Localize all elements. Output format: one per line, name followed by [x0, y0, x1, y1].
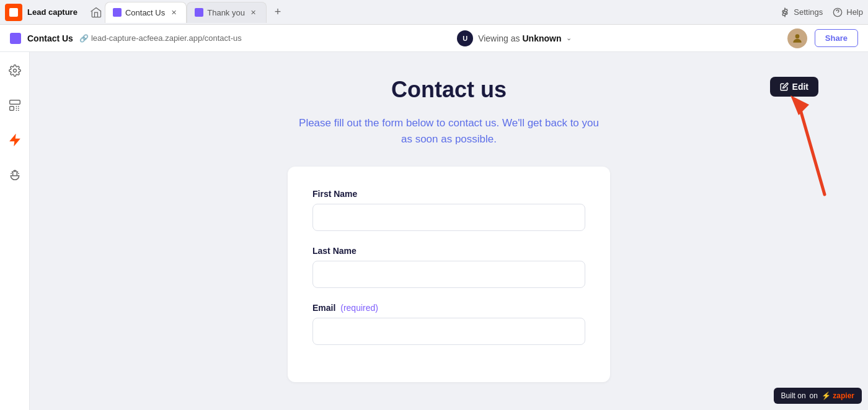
help-button[interactable]: Help: [833, 7, 863, 17]
help-icon: [833, 7, 843, 17]
email-input[interactable]: [312, 318, 585, 345]
last-name-field: Last Name: [312, 246, 585, 288]
viewing-avatar: U: [457, 30, 473, 46]
app-icon: [5, 4, 22, 21]
edit-pencil-icon: [780, 82, 789, 91]
tab-thank-you-close[interactable]: ✕: [249, 7, 259, 17]
help-label: Help: [846, 7, 863, 17]
svg-point-7: [14, 170, 16, 172]
form-card: First Name Last Name Email (required): [288, 167, 610, 382]
first-name-label: First Name: [312, 189, 585, 199]
svg-marker-9: [790, 95, 809, 115]
user-avatar-icon: [791, 32, 804, 45]
settings-icon: [780, 7, 790, 17]
page-heading: Contact us: [391, 77, 507, 103]
url-text: lead-capture-acfeea.zapier.app/contact-u…: [91, 33, 242, 43]
built-on-label: Built on: [781, 391, 806, 400]
main-layout: Edit Contact us Please fill out the form…: [0, 52, 868, 410]
tab-thank-you-icon: [195, 8, 203, 17]
add-tab-button[interactable]: +: [269, 4, 286, 21]
share-button[interactable]: Share: [815, 29, 858, 47]
edit-button[interactable]: Edit: [770, 77, 818, 97]
address-bar-page-title: Contact Us: [27, 33, 73, 43]
zapier-brand: ⚡ zapier: [822, 391, 854, 400]
app-name: Lead capture: [27, 7, 78, 17]
edit-arrow: [787, 89, 837, 201]
home-button[interactable]: [87, 4, 105, 21]
settings-button[interactable]: Settings: [780, 7, 823, 17]
sidebar: [0, 52, 30, 410]
svg-rect-4: [9, 100, 20, 105]
address-bar: Contact Us 🔗 lead-capture-acfeea.zapier.…: [0, 25, 868, 52]
last-name-label: Last Name: [312, 246, 585, 256]
svg-marker-6: [10, 135, 19, 146]
debug-icon: [9, 168, 21, 181]
user-avatar-button[interactable]: [787, 28, 807, 48]
edit-button-label: Edit: [792, 82, 808, 92]
email-label: Email (required): [312, 303, 585, 313]
page-subtext: Please fill out the form below to contac…: [294, 115, 604, 148]
tab-contact-us-close[interactable]: ✕: [169, 7, 179, 17]
built-on-badge: Built on on ⚡ zapier: [774, 388, 862, 404]
tab-contact-us-icon: [113, 8, 122, 17]
svg-point-2: [795, 34, 800, 38]
viewing-as-text: Viewing as Unknown: [478, 33, 561, 43]
svg-point-3: [13, 69, 16, 72]
svg-line-8: [800, 108, 825, 194]
sidebar-item-layout[interactable]: [4, 94, 26, 116]
sidebar-item-settings[interactable]: [4, 59, 26, 82]
settings-label: Settings: [794, 7, 823, 17]
email-field: Email (required): [312, 303, 585, 345]
gear-icon: [9, 64, 21, 77]
tab-thank-you-label: Thank you: [207, 8, 245, 17]
tab-bar: Lead capture Contact Us ✕ Thank you ✕ + …: [0, 0, 868, 25]
tab-thank-you[interactable]: Thank you ✕: [187, 2, 267, 23]
last-name-input[interactable]: [312, 261, 585, 288]
lightning-icon: [9, 134, 21, 146]
tab-contact-us[interactable]: Contact Us ✕: [105, 2, 187, 23]
link-icon: 🔗: [79, 34, 89, 43]
first-name-input[interactable]: [312, 204, 585, 231]
layout-icon: [9, 99, 21, 111]
sidebar-item-automation[interactable]: [4, 129, 26, 151]
content-area: Edit Contact us Please fill out the form…: [30, 52, 868, 410]
email-required-tag: (required): [340, 303, 378, 313]
sidebar-item-debug[interactable]: [4, 164, 26, 186]
chevron-down-icon: ⌄: [566, 34, 572, 42]
page-favicon: [10, 33, 21, 44]
viewing-as-container[interactable]: U Viewing as Unknown ⌄: [457, 30, 572, 46]
url-container: 🔗 lead-capture-acfeea.zapier.app/contact…: [79, 33, 242, 43]
page-content: Contact us Please fill out the form belo…: [288, 77, 610, 385]
svg-rect-5: [9, 107, 14, 111]
svg-point-0: [784, 11, 786, 14]
tab-contact-us-label: Contact Us: [125, 8, 165, 17]
first-name-field: First Name: [312, 189, 585, 231]
